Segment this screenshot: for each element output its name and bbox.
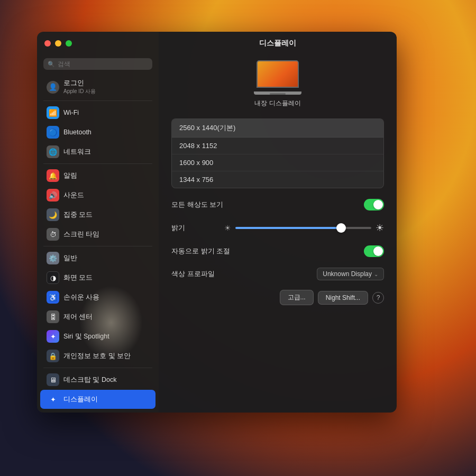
accessibility-icon: ♿ [47,291,59,304]
brightness-slider[interactable] [235,227,371,229]
auto-brightness-knob [373,246,383,256]
user-sub: Apple ID 사용 [63,88,96,95]
chevron-down-icon: ⌄ [374,271,378,277]
resolution-item-2[interactable]: 1600 x 900 [172,154,383,171]
sidebar-item-siri-label: Siri 및 Spotlight [63,332,109,341]
sidebar-item-desktop[interactable]: 🖥 데스크탑 및 Dock [40,370,155,389]
sidebar-item-displaymode[interactable]: ◑ 화면 모드 [40,268,155,287]
resolution-item-3[interactable]: 1344 x 756 [172,171,383,188]
maximize-button[interactable] [66,40,72,47]
sidebar-item-desktop-label: 데스크탑 및 Dock [63,376,116,385]
sidebar-item-screentime-label: 스크린 타임 [63,230,99,239]
divider-2 [43,163,152,164]
focus-icon: 🌙 [47,208,59,221]
sidebar-item-focus-label: 집중 모드 [63,210,93,219]
screentime-icon: ⏱ [47,228,59,241]
bottom-buttons: 고급... Night Shift... ? [171,290,384,305]
auto-brightness-row: 자동으로 밝기 조절 [171,242,384,260]
sidebar-item-privacy-label: 개인정보 보호 및 보안 [63,352,131,361]
sidebar-item-network[interactable]: 🌐 네트워크 [40,142,155,161]
help-button[interactable]: ? [372,292,384,304]
laptop-screen [257,60,299,88]
sidebar-item-control-label: 제어 센터 [63,313,93,322]
brightness-row: 밝기 ☀ ☀ [171,219,384,237]
color-profile-row: 색상 프로파일 Unknown Display ⌄ [171,266,384,282]
night-shift-button[interactable]: Night Shift... [318,291,368,305]
display-icon: ✦ [47,393,59,406]
sun-small-icon: ☀ [224,224,231,232]
sidebar-item-privacy[interactable]: 🔒 개인정보 보호 및 보안 [40,346,155,365]
sidebar-item-sound[interactable]: 🔊 사운드 [40,186,155,205]
sidebar-item-screentime[interactable]: ⏱ 스크린 타임 [40,225,155,244]
sidebar-item-displaymode-label: 화면 모드 [63,273,93,282]
brightness-label: 밝기 [171,223,224,233]
sidebar-item-general-label: 일반 [63,254,77,263]
sidebar-item-accessibility-label: 손쉬운 사용 [63,293,99,302]
sidebar-item-user[interactable]: 👤 로그인 Apple ID 사용 [40,76,155,98]
sidebar-item-wifi[interactable]: 📶 Wi-Fi [40,103,155,122]
network-icon: 🌐 [47,145,59,158]
laptop-icon [254,60,301,95]
sidebar-item-wifi-label: Wi-Fi [63,109,79,116]
divider-1 [43,100,152,101]
advanced-button[interactable]: 고급... [280,290,314,305]
sidebar: 🔍 👤 로그인 Apple ID 사용 📶 Wi-Fi 🔵 Bluetooth [37,32,159,413]
color-profile-label: 색상 프로파일 [171,269,317,279]
alarm-icon: 🔔 [47,169,59,182]
displaymode-icon: ◑ [47,271,59,284]
resolution-item-0[interactable]: 2560 x 1440(기본) [172,119,383,138]
search-box[interactable]: 🔍 [43,58,152,70]
user-info: 로그인 Apple ID 사용 [63,79,96,95]
sidebar-item-focus[interactable]: 🌙 집중 모드 [40,205,155,224]
sound-icon: 🔊 [47,189,59,202]
main-body: 내장 디스플레이 2560 x 1440(기본) 2048 x 1152 160… [159,55,397,413]
color-profile-selector[interactable]: Unknown Display ⌄ [317,268,384,280]
show-all-resolutions-row: 모든 해상도 보기 [171,196,384,214]
display-preview: 내장 디스플레이 [171,60,384,108]
main-title: 디스플레이 [259,39,296,48]
bluetooth-icon: 🔵 [47,126,59,139]
sidebar-item-alarm[interactable]: 🔔 알림 [40,166,155,185]
titlebar [37,32,159,55]
sidebar-item-sound-label: 사운드 [63,191,84,200]
laptop-base [254,91,301,95]
toggle-knob [373,200,383,209]
sidebar-item-siri[interactable]: ✦ Siri 및 Spotlight [40,327,155,346]
slider-thumb [336,223,346,233]
main-content: 디스플레이 내장 디스플레이 2560 x 1440(기본) 2048 x 11… [159,32,397,413]
sun-large-icon: ☀ [376,222,384,234]
sidebar-item-alarm-label: 알림 [63,171,77,180]
sidebar-item-bluetooth[interactable]: 🔵 Bluetooth [40,123,155,142]
brightness-slider-container: ☀ ☀ [224,222,384,234]
user-avatar: 👤 [47,81,59,94]
sidebar-item-network-label: 네트워크 [63,148,91,157]
resolution-list: 2560 x 1440(기본) 2048 x 1152 1600 x 900 1… [171,118,384,188]
sidebar-item-display-label: 디스플레이 [63,395,98,404]
show-all-label: 모든 해상도 보기 [171,200,224,209]
sidebar-item-bluetooth-label: Bluetooth [63,129,91,136]
divider-4 [43,368,152,368]
search-icon: 🔍 [48,61,55,68]
color-profile-value-text: Unknown Display [323,270,372,278]
sidebar-item-control[interactable]: 🎛 제어 센터 [40,307,155,326]
display-name-label: 내장 디스플레이 [254,99,300,108]
system-preferences-window: 🔍 👤 로그인 Apple ID 사용 📶 Wi-Fi 🔵 Bluetooth [37,32,397,413]
siri-icon: ✦ [47,330,59,343]
user-name: 로그인 [63,79,96,88]
sidebar-item-accessibility[interactable]: ♿ 손쉬운 사용 [40,288,155,307]
auto-brightness-toggle[interactable] [364,245,384,257]
main-titlebar: 디스플레이 [159,32,397,55]
general-icon: ⚙️ [47,252,59,264]
show-all-toggle[interactable] [364,199,384,210]
sidebar-item-display[interactable]: ✦ 디스플레이 [40,390,155,409]
sidebar-item-general[interactable]: ⚙️ 일반 [40,249,155,268]
resolution-item-1[interactable]: 2048 x 1152 [172,138,383,154]
divider-3 [43,246,152,246]
search-input[interactable] [58,60,148,68]
control-icon: 🎛 [47,310,59,323]
sidebar-item-wallpaper[interactable]: 🖼 배경화면 [40,409,155,413]
close-button[interactable] [44,40,51,47]
wifi-icon: 📶 [47,106,59,119]
minimize-button[interactable] [55,40,61,47]
auto-brightness-label: 자동으로 밝기 조절 [171,246,230,256]
